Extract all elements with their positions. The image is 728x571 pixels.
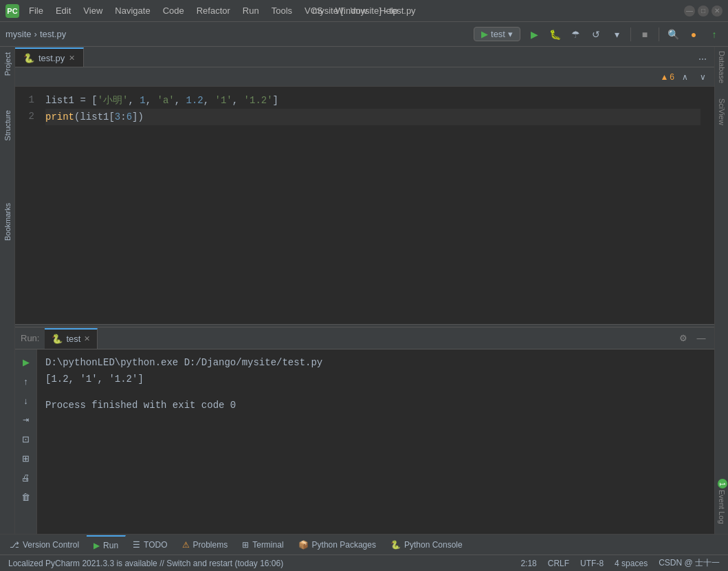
run-scroll-down-icon[interactable]: ↓ (18, 392, 34, 409)
editor-scrollbar[interactable] (706, 87, 714, 324)
run-print-icon[interactable]: 🖨 (18, 469, 34, 486)
maximize-button[interactable]: □ (698, 6, 709, 17)
tab-todo[interactable]: ☰ TODO (126, 535, 175, 554)
run-filter-icon[interactable]: ⊞ (18, 450, 34, 466)
update-button[interactable]: ↑ (706, 26, 723, 43)
code-editor: 1 2 list1 = ['小明', 1, 'a', 1.2, '1', '1.… (15, 87, 714, 324)
status-line-sep[interactable]: CRLF (545, 559, 572, 568)
app-icon: PC (5, 4, 19, 18)
window-title: mysite [...\mysite] - test.py (312, 6, 415, 16)
left-sidebar: Project Structure Bookmarks (0, 47, 15, 534)
todo-icon: ☰ (133, 540, 140, 550)
code-line-1: list1 = ['小明', 1, 'a', 1.2, '1', '1.2'] (45, 92, 701, 109)
menu-file[interactable]: File (23, 4, 49, 17)
warning-number: 6 (670, 72, 674, 82)
minimize-button[interactable]: — (684, 6, 695, 17)
run-cmd-line: D:\pythonLED\python.exe D:/Django/mysite… (45, 355, 698, 371)
tab-run[interactable]: ▶ Run (87, 535, 126, 554)
menu-tools[interactable]: Tools (266, 4, 298, 17)
search-button[interactable]: 🔍 (665, 26, 681, 43)
editor-options-icon[interactable]: ⋯ (695, 52, 710, 67)
sidebar-database[interactable]: Database (716, 47, 727, 87)
run-wrap-icon[interactable]: ⇥ (18, 411, 34, 428)
rerun-button[interactable]: ↺ (588, 26, 604, 43)
line-number-2: 2 (15, 109, 34, 125)
terminal-icon: ⊞ (242, 540, 249, 550)
tab-close-icon[interactable]: ✕ (69, 54, 75, 63)
status-notification[interactable]: Localized PyCharm 2021.3.3 is available … (5, 559, 286, 568)
run-button[interactable]: ▶ (526, 26, 542, 43)
status-left: Localized PyCharm 2021.3.3 is available … (5, 559, 516, 568)
run-tab-icon: 🐍 (52, 334, 63, 344)
profile-button[interactable]: ● (685, 26, 702, 43)
run-config-label: test (491, 29, 505, 39)
event-log-label: Event Log (718, 490, 726, 524)
debug-button[interactable]: 🐛 (547, 26, 563, 43)
run-tabs-left: Run: 🐍 test ✕ (21, 328, 98, 349)
menu-view[interactable]: View (78, 4, 108, 17)
menu-run[interactable]: Run (237, 4, 265, 17)
code-content[interactable]: list1 = ['小明', 1, 'a', 1.2, '1', '1.2'] … (40, 87, 706, 324)
next-warning-icon[interactable]: ∨ (695, 69, 710, 85)
status-encoding[interactable]: UTF-8 (577, 559, 606, 568)
tab-version-control[interactable]: ⎇ Version Control (3, 535, 87, 554)
coverage-button[interactable]: ☂ (567, 26, 584, 43)
sidebar-event-log[interactable]: 1 Event Log (716, 486, 727, 528)
menu-navigate[interactable]: Navigate (109, 4, 155, 17)
tab-python-icon: 🐍 (23, 53, 34, 63)
stop-button[interactable]: ■ (637, 26, 653, 43)
tab-run-label: Run (103, 541, 118, 550)
run-scroll-up-icon[interactable]: ↑ (18, 373, 34, 389)
tab-terminal[interactable]: ⊞ Terminal (235, 535, 291, 554)
editor-tab-test[interactable]: 🐍 test.py ✕ (15, 47, 84, 67)
editor-toolbar: ▲ 6 ∧ ∨ (15, 67, 714, 87)
sidebar-structure[interactable]: Structure (2, 107, 13, 144)
menu-refactor[interactable]: Refactor (191, 4, 236, 17)
run-align-icon[interactable]: ⊡ (18, 431, 34, 447)
problems-icon: ⚠ (182, 540, 190, 550)
tab-python-console[interactable]: 🐍 Python Console (384, 535, 470, 554)
status-position[interactable]: 2:18 (518, 559, 539, 568)
version-control-icon: ⎇ (10, 540, 19, 550)
sidebar-scivi[interactable]: SciView (716, 94, 727, 129)
prev-warning-icon[interactable]: ∧ (677, 69, 692, 85)
run-config-button[interactable]: ▶ test ▾ (474, 27, 520, 41)
main-toolbar: mysite › test.py ▶ test ▾ ▶ 🐛 ☂ ↺ ▾ ■ 🔍 … (0, 22, 728, 47)
toolbar-actions: ▶ 🐛 ☂ ↺ ▾ ■ 🔍 ● ↑ (526, 26, 723, 43)
close-button[interactable]: ✕ (712, 6, 723, 17)
run-right-scrollbar[interactable] (706, 349, 714, 534)
breadcrumb-root[interactable]: mysite (5, 29, 32, 39)
status-right: 2:18 CRLF UTF-8 4 spaces CSDN @ 士十一 (518, 557, 723, 569)
breadcrumb: mysite › test.py (5, 29, 66, 39)
tab-python-packages-label: Python Packages (312, 540, 376, 550)
run-settings-icon[interactable]: ⚙ (676, 331, 691, 346)
run-tab-icon: ▶ (93, 541, 100, 550)
breadcrumb-file[interactable]: test.py (40, 29, 66, 39)
more-run-button[interactable]: ▾ (608, 26, 625, 43)
run-tab-close[interactable]: ✕ (84, 334, 90, 343)
status-indent[interactable]: 4 spaces (612, 559, 650, 568)
sidebar-bookmarks[interactable]: Bookmarks (2, 200, 13, 244)
menu-code[interactable]: Code (157, 4, 190, 17)
menu-edit[interactable]: Edit (50, 4, 76, 17)
status-app-label: CSDN @ 士十一 (656, 557, 723, 569)
run-tabs: Run: 🐍 test ✕ ⚙ — (15, 327, 714, 349)
run-tab-name: test (66, 334, 80, 344)
run-finish-line: Process finished with exit code 0 (45, 398, 698, 414)
run-tab-test[interactable]: 🐍 test ✕ (45, 328, 98, 349)
tab-todo-label: TODO (144, 540, 167, 550)
run-panel: Run: 🐍 test ✕ ⚙ — ▶ (15, 327, 714, 534)
tab-python-packages[interactable]: 📦 Python Packages (291, 535, 384, 554)
sidebar-project[interactable]: Project (2, 50, 13, 78)
run-delete-icon[interactable]: 🗑 (18, 488, 34, 505)
toolbar-separator2 (659, 28, 659, 41)
editor-tabs: 🐍 test.py ✕ ⋯ (15, 47, 714, 67)
window-controls: — □ ✕ (684, 6, 723, 17)
run-play-icon[interactable]: ▶ (18, 354, 34, 370)
line-number-1: 1 (15, 92, 34, 109)
run-close-icon[interactable]: — (694, 331, 709, 346)
breadcrumb-sep: › (34, 29, 37, 39)
tab-python-console-label: Python Console (404, 540, 463, 550)
tab-problems[interactable]: ⚠ Problems (175, 535, 236, 554)
tab-version-control-label: Version Control (23, 540, 79, 550)
